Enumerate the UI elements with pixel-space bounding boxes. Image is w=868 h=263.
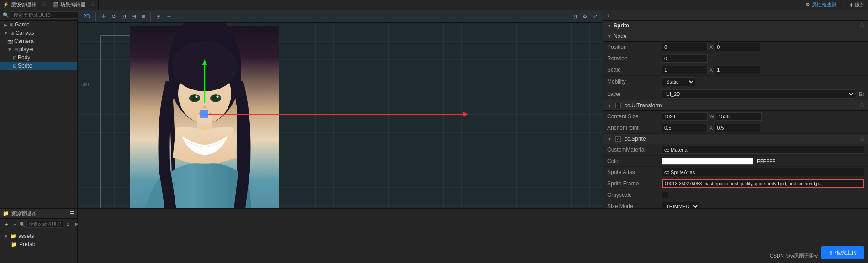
scale-x-axis: X: [709, 67, 713, 73]
position-y-input[interactable]: [715, 43, 760, 51]
toolbar-settings-btn[interactable]: ⚙: [581, 12, 589, 21]
size-mode-value: TRIMMED RAW CUSTOM: [662, 202, 864, 208]
right-panel-title-bar: ⚙ 属性检查器 | ◈ 服务: [803, 0, 868, 10]
toolbar-align-btn[interactable]: ≡: [140, 12, 147, 21]
upload-button[interactable]: ⬆ 拖拽上传: [821, 246, 864, 259]
toolbar-rotate-btn[interactable]: ↺: [110, 12, 118, 21]
toolbar-move-btn[interactable]: ✛: [100, 12, 108, 21]
toolbar-scale-btn[interactable]: ⊡: [120, 12, 128, 21]
anchor-point-value: X: [662, 124, 864, 132]
toolbar-2d-btn[interactable]: 2D: [81, 12, 92, 21]
asset-manager-label: 资源管理器: [11, 210, 36, 217]
position-x-axis: X: [709, 44, 713, 50]
properties-content: ▼ Sprite ⓘ ▼ Node Position X Rotatio: [603, 21, 868, 208]
scene-editor-title-bar: 🎬 场景编辑器 ☰: [49, 0, 99, 10]
sprite-frame-input[interactable]: [662, 179, 864, 188]
uitransform-checkbox[interactable]: ✓: [615, 103, 621, 108]
bottom-section: 📁 资源管理器 ☰ + − 🔍 ↺ ⊞ ▼ 📁 assets 📁 Prefab …: [0, 208, 868, 263]
assets-arrow: ▼: [4, 234, 8, 239]
asset-refresh-btn[interactable]: ↺: [64, 221, 72, 228]
layer-edit-icon[interactable]: Ec: [859, 92, 864, 97]
services-icon: ◈: [849, 2, 853, 8]
color-label: Color: [607, 158, 662, 164]
ccsprite-section-header[interactable]: ▼ ✓ cc.Sprite ⓘ: [603, 134, 868, 144]
content-size-w-input[interactable]: [662, 112, 708, 121]
hierarchy-panel: 🔍 ≡ ▶ ⊞ Game ▼ ⊞ Canvas 📷 Camera ▼ ⊞ p: [0, 10, 78, 208]
scale-y-input[interactable]: [715, 66, 760, 74]
layer-select[interactable]: UI_2D Default: [662, 89, 855, 99]
sprite-atlas-input[interactable]: [662, 168, 864, 176]
content-size-h-input[interactable]: [716, 112, 762, 121]
game-icon: ⊞: [10, 22, 13, 27]
prefab-folder[interactable]: 📁 Prefab: [4, 240, 74, 248]
gizmo-x-arrow: [463, 112, 468, 116]
asset-menu-icon[interactable]: ☰: [70, 210, 74, 216]
uitransform-section-header[interactable]: ▼ ✓ cc.UITransform ⓘ: [603, 100, 868, 111]
asset-add-btn[interactable]: +: [3, 220, 10, 229]
toolbar-snap-btn[interactable]: ↔: [164, 12, 174, 21]
scene-menu-icon[interactable]: ☰: [91, 2, 95, 8]
prop-layer: Layer UI_2D Default Ec: [603, 88, 868, 100]
anchor-x-input[interactable]: [662, 124, 708, 132]
hierarchy-search-input[interactable]: [11, 11, 79, 19]
grayscale-checkbox[interactable]: [662, 192, 668, 198]
sprite-label: Sprite: [18, 63, 32, 69]
hierarchy-label: 层级管理器: [11, 1, 36, 8]
back-arrow-icon[interactable]: ‹: [607, 11, 609, 19]
svg-point-10: [203, 106, 206, 108]
inspector-icon: ⚙: [805, 2, 810, 8]
custom-material-input[interactable]: [662, 146, 864, 154]
scene-editor-panel: 2D ✛ ↺ ⊡ ⊟ ≡ ⊞ ↔ ⊡ ⚙ ⤢ 500: [78, 10, 603, 208]
content-size-label: Content Size: [607, 113, 662, 120]
color-hex-value: FFFFFF: [757, 158, 775, 164]
scene-viewport: [78, 23, 603, 208]
layer-label: Layer: [607, 91, 662, 97]
color-swatch[interactable]: [662, 158, 753, 165]
mobility-select[interactable]: Static Dynamic: [662, 77, 695, 86]
tree-item-game[interactable]: ▶ ⊞ Game: [0, 21, 77, 29]
prop-size-mode: Size Mode TRIMMED RAW CUSTOM: [603, 200, 868, 208]
sprite-component-header[interactable]: ▼ Sprite ⓘ: [603, 21, 868, 31]
prop-scale: Scale X: [603, 64, 868, 76]
scene-toolbar: 2D ✛ ↺ ⊡ ⊟ ≡ ⊞ ↔ ⊡ ⚙ ⤢: [78, 10, 603, 23]
ccsprite-expand-arrow: ▼: [607, 137, 612, 142]
tree-item-camera[interactable]: 📷 Camera: [0, 37, 77, 45]
camera-label: Camera: [14, 38, 34, 44]
toolbar-grid-btn[interactable]: ⊞: [154, 12, 163, 21]
position-x-input[interactable]: [662, 43, 708, 51]
game-arrow: ▶: [4, 22, 7, 27]
toolbar-rect-btn[interactable]: ⊟: [130, 12, 138, 21]
anchor-y-input[interactable]: [715, 124, 760, 132]
sprite-frame-label: Sprite Frame: [607, 180, 662, 187]
hierarchy-menu-icon[interactable]: ☰: [42, 2, 46, 8]
prop-sprite-atlas: Sprite Atlas: [603, 167, 868, 178]
player-arrow: ▼: [7, 47, 12, 52]
assets-folder-label: assets: [18, 233, 34, 239]
tree-item-body[interactable]: ⊞ Body: [0, 53, 77, 62]
ccsprite-checkbox[interactable]: ✓: [615, 136, 621, 142]
uitransform-expand-arrow: ▼: [607, 103, 612, 108]
tree-item-sprite[interactable]: ⊞ Sprite: [0, 62, 77, 70]
tree-item-player[interactable]: ▼ ⊞ player: [0, 45, 77, 53]
content-size-value: W: [662, 112, 864, 121]
mobility-value: Static Dynamic: [662, 77, 864, 86]
node-section-header[interactable]: ▼ Node: [603, 31, 868, 42]
bottom-center-panel: [78, 209, 603, 263]
toolbar-frame-btn[interactable]: ⊡: [571, 12, 579, 21]
prop-custom-material: CustomMaterial: [603, 144, 868, 156]
services-tab[interactable]: 服务: [855, 1, 865, 8]
tree-item-canvas[interactable]: ▼ ⊞ Canvas: [0, 29, 77, 37]
scale-x-input[interactable]: [662, 66, 708, 74]
assets-folder[interactable]: ▼ 📁 assets: [4, 232, 74, 240]
scene-canvas[interactable]: 500: [78, 23, 603, 208]
content-size-w-axis: W: [709, 114, 714, 119]
asset-delete-btn[interactable]: −: [11, 220, 18, 228]
bottom-right-panel: CSDN @w风雨无阻w ⬆ 拖拽上传: [603, 209, 868, 263]
asset-search-input[interactable]: [26, 221, 63, 228]
toolbar-fullscreen-btn[interactable]: ⤢: [591, 12, 599, 21]
size-mode-select[interactable]: TRIMMED RAW CUSTOM: [662, 202, 699, 208]
hierarchy-tree: ▶ ⊞ Game ▼ ⊞ Canvas 📷 Camera ▼ ⊞ player …: [0, 21, 77, 208]
ccsprite-info-icon: ⓘ: [860, 136, 864, 142]
inspector-tab[interactable]: 属性检查器: [812, 1, 837, 8]
rotation-input[interactable]: [662, 54, 708, 63]
